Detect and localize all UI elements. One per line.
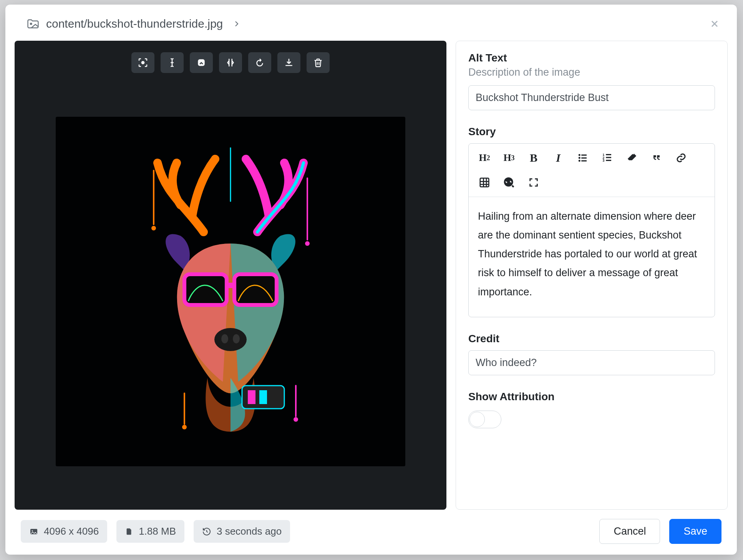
- focal-point-button[interactable]: [131, 52, 154, 73]
- svg-point-11: [214, 328, 247, 351]
- bold-button[interactable]: B: [526, 151, 541, 165]
- chevron-right-icon: [232, 19, 241, 28]
- svg-rect-22: [581, 154, 587, 156]
- ordered-list-button[interactable]: 123: [600, 151, 615, 165]
- svg-rect-33: [480, 178, 489, 187]
- modal-header: content/buckshot-thunderstride.jpg: [5, 5, 737, 41]
- close-button[interactable]: [708, 17, 721, 31]
- editor-toolbar: H2 H3 B I 123: [469, 144, 715, 197]
- svg-point-25: [579, 160, 580, 162]
- filesize-value: 1.88 MB: [139, 525, 176, 537]
- updated-chip: 3 seconds ago: [194, 520, 290, 543]
- svg-rect-8: [184, 274, 227, 305]
- image-preview-pane: [15, 41, 446, 510]
- alt-text-sublabel: Description of the image: [468, 66, 715, 78]
- svg-point-0: [30, 23, 32, 25]
- h3-button[interactable]: H3: [502, 151, 516, 165]
- attribution-label: Show Attribution: [468, 391, 715, 403]
- eraser-button[interactable]: [625, 151, 639, 165]
- modal-body: Alt Text Description of the image Story …: [5, 41, 737, 510]
- credit-input[interactable]: [468, 350, 715, 375]
- breadcrumb-path[interactable]: content/buckshot-thunderstride.jpg: [46, 17, 223, 30]
- svg-point-21: [579, 154, 580, 156]
- svg-point-1: [142, 61, 144, 64]
- filesize-chip: 1.88 MB: [116, 520, 184, 543]
- svg-rect-26: [581, 160, 587, 161]
- folder-image-icon: [26, 17, 40, 31]
- dimensions-chip: 4096 x 4096: [21, 520, 107, 543]
- italic-button[interactable]: I: [551, 151, 566, 165]
- svg-point-6: [305, 241, 310, 246]
- svg-point-34: [504, 177, 513, 187]
- alt-text-input[interactable]: [468, 85, 715, 110]
- preview-image-container: [15, 81, 446, 510]
- filesize-icon: [125, 527, 133, 536]
- svg-rect-30: [606, 157, 611, 158]
- svg-point-12: [221, 334, 228, 343]
- flip-button[interactable]: [219, 52, 242, 73]
- rotate-button[interactable]: [248, 52, 271, 73]
- asset-editor-modal: content/buckshot-thunderstride.jpg: [5, 5, 737, 555]
- save-button[interactable]: Save: [669, 519, 721, 544]
- story-textarea[interactable]: Hailing from an alternate dimension wher…: [469, 197, 715, 317]
- svg-point-23: [579, 157, 580, 159]
- updated-value: 3 seconds ago: [217, 525, 282, 537]
- preview-image[interactable]: [56, 117, 405, 466]
- metadata-form: Alt Text Description of the image Story …: [456, 41, 728, 510]
- svg-rect-16: [259, 390, 267, 404]
- table-button[interactable]: [477, 175, 492, 190]
- svg-point-13: [233, 334, 240, 343]
- story-editor: H2 H3 B I 123: [468, 143, 715, 317]
- quote-button[interactable]: [649, 151, 664, 165]
- code-search-button[interactable]: [502, 175, 516, 190]
- attribution-toggle[interactable]: [468, 411, 501, 428]
- download-button[interactable]: [277, 52, 300, 73]
- unordered-list-button[interactable]: [575, 151, 590, 165]
- crop-button[interactable]: [190, 52, 213, 73]
- expand-button[interactable]: [526, 175, 541, 190]
- svg-point-20: [294, 417, 298, 422]
- svg-point-18: [182, 425, 187, 429]
- svg-rect-10: [227, 283, 235, 288]
- alt-text-label: Alt Text: [468, 52, 715, 64]
- svg-rect-28: [606, 154, 611, 155]
- delete-button[interactable]: [307, 52, 330, 73]
- svg-rect-15: [248, 390, 255, 404]
- footer-actions: Cancel Save: [599, 519, 721, 544]
- link-button[interactable]: [674, 151, 688, 165]
- modal-footer: 4096 x 4096 1.88 MB 3 seconds ago Cancel…: [5, 510, 737, 555]
- dimensions-icon: [29, 527, 38, 536]
- credit-label: Credit: [468, 333, 715, 345]
- deer-illustration: [115, 147, 346, 436]
- svg-text:3: 3: [603, 159, 605, 162]
- svg-point-36: [32, 530, 33, 531]
- history-icon: [202, 527, 211, 536]
- svg-rect-9: [234, 274, 277, 305]
- toggle-knob: [469, 412, 485, 427]
- h2-button[interactable]: H2: [477, 151, 492, 165]
- cancel-button[interactable]: Cancel: [599, 519, 660, 544]
- svg-point-4: [151, 226, 156, 230]
- dimensions-value: 4096 x 4096: [44, 525, 99, 537]
- text-cursor-button[interactable]: [161, 52, 184, 73]
- svg-rect-24: [581, 157, 587, 159]
- svg-rect-32: [606, 160, 611, 161]
- preview-toolbar: [15, 41, 446, 81]
- story-label: Story: [468, 126, 715, 138]
